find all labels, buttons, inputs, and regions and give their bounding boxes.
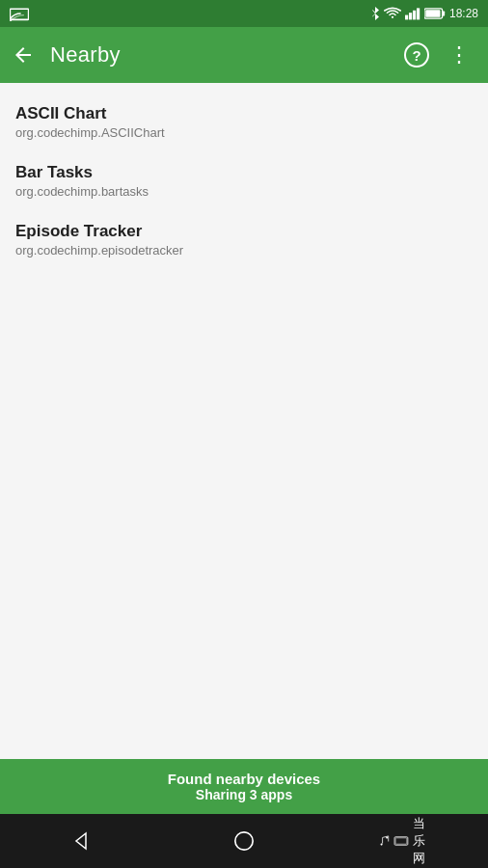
nav-home-icon <box>233 830 255 852</box>
help-button[interactable]: ? <box>399 38 434 72</box>
time-display: 18:28 <box>449 7 478 20</box>
nav-share-icon <box>378 831 390 851</box>
wifi-icon <box>384 7 401 20</box>
svg-point-11 <box>235 832 253 850</box>
app-list: ASCII Chart org.codechimp.ASCIIChart Bar… <box>0 83 488 275</box>
bluetooth-icon <box>370 6 380 21</box>
svg-rect-4 <box>409 13 412 19</box>
nav-back-icon <box>69 829 93 853</box>
app-name: Episode Tracker <box>15 222 473 241</box>
list-item[interactable]: Episode Tracker org.codechimp.episodetra… <box>0 208 488 267</box>
nav-bar: 当乐网 <box>0 814 488 868</box>
status-bar: 18:28 <box>0 0 488 27</box>
nav-home-button[interactable] <box>215 822 273 860</box>
more-icon: ⋮ <box>448 42 471 68</box>
toolbar-actions: ? ⋮ <box>399 38 476 72</box>
nav-tablet-icon <box>393 831 409 851</box>
signal-icon <box>405 7 420 20</box>
bottom-status-line2: Sharing 3 apps <box>15 787 473 802</box>
nav-back-button[interactable] <box>52 822 110 860</box>
back-arrow-icon <box>12 43 35 67</box>
svg-rect-9 <box>425 10 440 17</box>
more-button[interactable]: ⋮ <box>442 38 476 72</box>
svg-rect-3 <box>405 15 408 20</box>
page-title: Nearby <box>50 42 384 68</box>
bottom-status-line1: Found nearby devices <box>15 771 473 787</box>
svg-rect-5 <box>413 11 416 20</box>
svg-rect-13 <box>395 838 407 844</box>
app-name: Bar Tasks <box>15 163 473 182</box>
svg-rect-6 <box>417 8 420 19</box>
svg-marker-2 <box>372 7 379 20</box>
list-item[interactable]: ASCII Chart org.codechimp.ASCIIChart <box>0 91 488 149</box>
nav-brand-text: 当乐网 <box>413 815 436 867</box>
status-bar-left <box>10 6 29 21</box>
back-button[interactable] <box>12 43 35 67</box>
help-icon: ? <box>404 42 429 68</box>
list-item[interactable]: Bar Tasks org.codechimp.bartasks <box>0 149 488 208</box>
status-bar-right: 18:28 <box>370 6 478 21</box>
bottom-status-bar: Found nearby devices Sharing 3 apps <box>0 759 488 814</box>
toolbar: Nearby ? ⋮ <box>0 27 488 83</box>
app-package: org.codechimp.bartasks <box>15 184 473 199</box>
svg-marker-10 <box>76 833 86 849</box>
svg-rect-8 <box>443 11 446 15</box>
cast-icon <box>10 6 29 21</box>
app-package: org.codechimp.ASCIIChart <box>15 125 473 140</box>
nav-brand-area: 当乐网 <box>378 822 436 860</box>
app-package: org.codechimp.episodetracker <box>15 243 473 258</box>
app-name: ASCII Chart <box>15 104 473 123</box>
battery-icon <box>424 7 446 20</box>
